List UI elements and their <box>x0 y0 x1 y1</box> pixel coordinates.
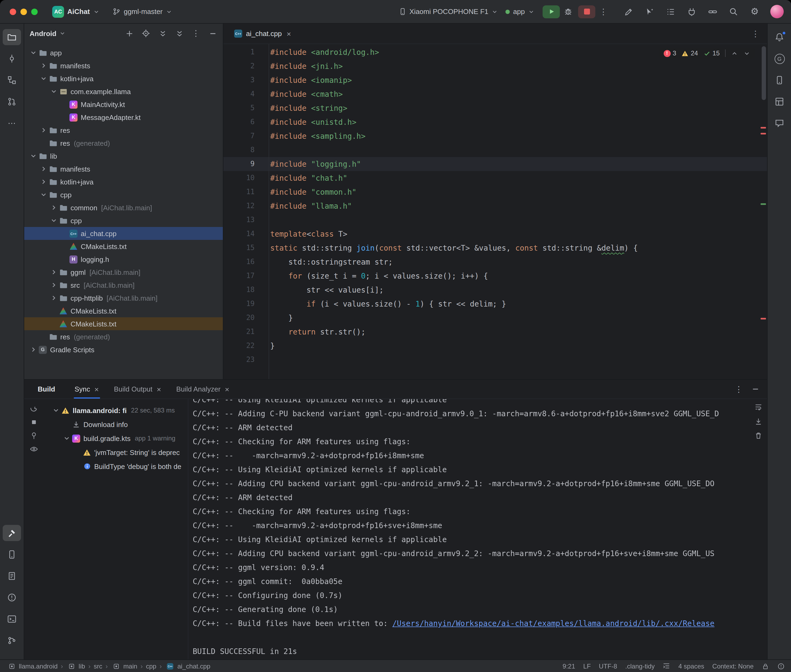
version-control-tool-icon[interactable] <box>3 632 21 649</box>
chevron-right-icon[interactable] <box>49 294 58 302</box>
tree-item-res[interactable]: res(generated) <box>24 330 223 343</box>
build-panel-title[interactable]: Build <box>38 385 55 393</box>
code-line-11[interactable]: 11#include "common.h" <box>223 185 767 199</box>
close-tab-icon[interactable]: × <box>157 385 161 394</box>
chevron-down-icon[interactable] <box>39 74 48 83</box>
expand-all-icon[interactable] <box>158 29 167 38</box>
tree-item-manifests[interactable]: manifests <box>24 162 223 175</box>
build-tree-item[interactable]: llama.android: fi22 sec, 583 ms <box>43 403 188 418</box>
error-stripe-mark[interactable] <box>761 133 766 134</box>
code-line-13[interactable]: 13 <box>223 213 767 227</box>
status-info-icon[interactable] <box>777 662 785 670</box>
chevron-down-icon[interactable] <box>49 216 58 225</box>
app-quality-insights-tool-icon[interactable] <box>770 115 789 131</box>
locate-file-icon[interactable] <box>141 29 151 38</box>
chevron-right-icon[interactable] <box>49 281 58 290</box>
logcat-tool-icon[interactable] <box>3 568 21 584</box>
code-line-12[interactable]: 12#include "llama.h" <box>223 199 767 213</box>
code-line-10[interactable]: 10#include "chat.h" <box>223 171 767 185</box>
code-line-9[interactable]: 9#include "logging.h" <box>223 157 767 171</box>
layout-inspector-tool-icon[interactable] <box>770 94 789 110</box>
link-icon[interactable] <box>707 6 718 17</box>
chevron-down-icon[interactable] <box>29 152 38 160</box>
plugins-icon[interactable] <box>686 6 697 17</box>
build-tree-item[interactable]: Download info <box>43 418 188 431</box>
task-list-icon[interactable] <box>665 6 676 17</box>
chevron-down-icon[interactable] <box>51 406 60 414</box>
code-line-5[interactable]: 5#include <string> <box>223 101 767 115</box>
tree-item-manifests[interactable]: manifests <box>24 59 223 72</box>
chevron-down-icon[interactable] <box>49 87 58 96</box>
tree-item-cmakelists-txt[interactable]: CMakeLists.txt <box>24 240 223 253</box>
clear-console-icon[interactable] <box>754 431 763 440</box>
soft-wrap-icon[interactable] <box>754 403 763 412</box>
code-line-18[interactable]: 18 str << values[i]; <box>223 283 767 297</box>
code-line-3[interactable]: 3#include <iomanip> <box>223 73 767 87</box>
chevron-down-icon[interactable] <box>62 434 71 443</box>
chevron-right-icon[interactable] <box>39 61 48 70</box>
error-count[interactable]: !3 <box>663 50 676 57</box>
code-editor[interactable]: 1#include <android/log.h>2#include <jni.… <box>223 44 767 379</box>
indent-style[interactable]: 4 spaces <box>679 662 704 670</box>
tree-item-cpp[interactable]: cpp <box>24 188 223 201</box>
gradle-tool-icon[interactable]: G <box>770 51 789 67</box>
commit-tool-icon[interactable] <box>3 51 21 67</box>
terminal-tool-icon[interactable] <box>3 611 21 627</box>
caret-position[interactable]: 9:21 <box>563 662 575 670</box>
build-tree-item[interactable]: BuildType 'debug' is both de <box>43 459 188 473</box>
more-options-icon[interactable]: ⋮ <box>191 29 201 38</box>
notifications-icon[interactable] <box>770 29 789 45</box>
indent-options-icon[interactable] <box>663 662 671 670</box>
hide-panel-icon[interactable] <box>751 385 759 393</box>
tab-options-icon[interactable]: ⋮ <box>751 29 759 38</box>
build-console[interactable]: C/C++: -- Using KleidiAI optimized kerne… <box>188 399 767 659</box>
build-tab-sync[interactable]: Sync× <box>68 380 105 398</box>
breadcrumb-item-src[interactable]: src <box>94 662 102 670</box>
tree-item-kotlin-java[interactable]: kotlin+java <box>24 175 223 188</box>
breadcrumb-item-llama-android[interactable]: llama.android <box>6 662 58 670</box>
chevron-down-icon[interactable] <box>29 48 38 57</box>
chevron-right-icon[interactable] <box>39 165 48 173</box>
next-problem-icon[interactable] <box>743 50 750 57</box>
hide-panel-icon[interactable] <box>208 29 217 38</box>
close-tab-icon[interactable]: × <box>95 385 99 394</box>
vcs-stripe-mark[interactable] <box>761 203 766 205</box>
device-manager-tool-icon[interactable] <box>770 72 789 88</box>
tree-item-cpp[interactable]: cpp <box>24 214 223 227</box>
device-explorer-tool-icon[interactable] <box>3 546 21 563</box>
chevron-right-icon[interactable] <box>49 268 58 277</box>
code-line-7[interactable]: 7#include <sampling.h> <box>223 129 767 143</box>
breadcrumb-item-lib[interactable]: lib <box>66 662 85 670</box>
editor-scrollbar[interactable] <box>762 46 766 100</box>
line-separator[interactable]: LF <box>583 662 591 670</box>
run-button[interactable] <box>542 5 560 18</box>
settings-gear-icon[interactable]: ⚙ <box>749 6 760 17</box>
context-widget[interactable]: Context: None <box>712 662 754 670</box>
code-line-4[interactable]: 4#include <cmath> <box>223 87 767 101</box>
user-avatar[interactable] <box>770 5 784 18</box>
pull-requests-tool-icon[interactable] <box>3 94 21 110</box>
chevron-down-icon[interactable] <box>39 190 48 199</box>
structure-tool-icon[interactable] <box>3 72 21 88</box>
code-line-22[interactable]: 22} <box>223 339 767 353</box>
tree-item-app[interactable]: app <box>24 46 223 59</box>
add-icon[interactable] <box>124 29 134 38</box>
vcs-branch-widget[interactable]: ggml-master <box>109 5 176 18</box>
code-line-21[interactable]: 21 return str.str(); <box>223 325 767 339</box>
debug-button[interactable] <box>560 5 576 18</box>
refresh-icon[interactable] <box>30 405 38 413</box>
stop-icon[interactable] <box>30 418 38 427</box>
tree-item-messageadapter-kt[interactable]: KMessageAdapter.kt <box>24 111 223 124</box>
zoom-window-button[interactable] <box>31 8 38 15</box>
tree-item-lib[interactable]: lib <box>24 149 223 162</box>
breadcrumb-item-ai-chat-cpp[interactable]: C++ai_chat.cpp <box>165 662 210 670</box>
chevron-right-icon[interactable] <box>39 126 48 134</box>
tree-item-ggml[interactable]: ggml[AiChat.lib.main] <box>24 266 223 278</box>
search-icon[interactable] <box>728 6 739 17</box>
code-line-19[interactable]: 19 if (i < values.size() - 1) { str << d… <box>223 297 767 311</box>
minimize-window-button[interactable] <box>21 8 27 15</box>
code-line-20[interactable]: 20 } <box>223 311 767 325</box>
breadcrumb-item-cpp[interactable]: cpp <box>146 662 156 670</box>
stop-button[interactable] <box>578 5 595 18</box>
breadcrumb-item-main[interactable]: main <box>111 662 137 670</box>
